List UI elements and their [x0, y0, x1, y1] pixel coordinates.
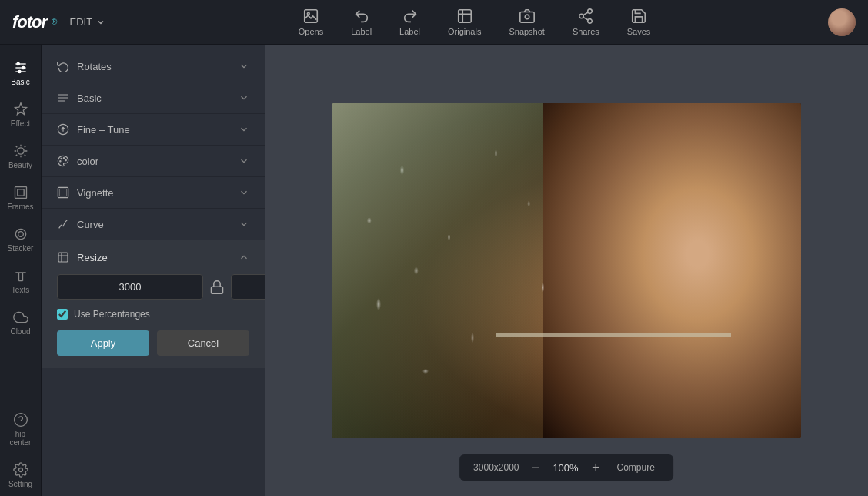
svg-point-26 — [60, 161, 61, 162]
save-icon — [630, 8, 647, 25]
toolbar-snapshot[interactable]: Snapshot — [495, 5, 558, 39]
sidebar-item-cloud[interactable]: Cloud — [0, 302, 41, 344]
svg-point-19 — [18, 232, 23, 237]
color-chevron — [239, 156, 249, 166]
redo-icon — [402, 8, 419, 25]
resize-icon — [57, 251, 69, 263]
basic-icon — [57, 92, 69, 104]
cancel-button[interactable]: Cancel — [157, 330, 249, 356]
toolbar-label-redo[interactable]: Label — [386, 5, 434, 39]
color-left: color — [57, 155, 98, 167]
canvas-image — [332, 103, 801, 438]
vignette-icon — [57, 186, 69, 199]
toolbar-originals[interactable]: Originals — [434, 5, 495, 39]
avatar-image — [828, 8, 856, 36]
beauty-icon — [13, 143, 28, 159]
logo[interactable]: fotor ® — [12, 12, 57, 32]
toolbar-shares[interactable]: Shares — [559, 5, 613, 39]
svg-rect-28 — [59, 189, 66, 196]
resize-buttons: Apply Cancel — [57, 330, 249, 356]
curve-left: Curve — [57, 218, 104, 230]
svg-point-20 — [15, 229, 25, 239]
setting-icon — [13, 462, 28, 478]
edit-button[interactable]: EDIT — [63, 13, 112, 31]
panel-section-basic[interactable]: Basic — [42, 82, 265, 114]
label-undo-label: Label — [351, 27, 372, 36]
sidebar-item-frames[interactable]: Frames — [0, 177, 41, 219]
svg-rect-17 — [15, 187, 26, 199]
svg-point-1 — [307, 12, 309, 15]
sidebar-label-setting: Setting — [8, 480, 32, 488]
use-percentages-checkbox[interactable] — [57, 309, 68, 320]
curve-icon — [57, 218, 69, 230]
sidebar-item-stacker[interactable]: Stacker — [0, 219, 41, 260]
panel-section-rotates[interactable]: Rotates — [42, 51, 265, 82]
sidebar-item-setting[interactable]: Setting — [0, 454, 41, 496]
sidebar-label-stacker: Stacker — [8, 244, 34, 253]
panel-section-color[interactable]: color — [42, 146, 265, 177]
svg-point-5 — [588, 9, 593, 14]
toolbar-opens[interactable]: Opens — [285, 5, 337, 39]
resize-width-input[interactable] — [57, 274, 203, 300]
sliders-icon — [13, 60, 28, 75]
sidebar-item-effect[interactable]: Effect — [0, 94, 41, 136]
vignette-left: Vignette — [57, 186, 113, 199]
toolbar-saves[interactable]: Saves — [613, 5, 665, 39]
rotates-chevron — [239, 61, 249, 72]
svg-point-23 — [63, 158, 64, 159]
svg-point-6 — [579, 14, 584, 18]
resize-height-input[interactable] — [231, 274, 265, 300]
chevron-down-icon — [96, 18, 105, 27]
sidebar-item-beauty[interactable]: Beauty — [0, 136, 41, 177]
left-panel: Rotates Basic Fine – Tune color — [42, 45, 265, 496]
main-content: Basic Effect Beauty Frames Stacker Texts… — [0, 45, 868, 496]
finetune-icon — [57, 123, 69, 136]
apply-button[interactable]: Apply — [57, 330, 149, 356]
svg-line-8 — [583, 17, 588, 20]
label-redo-label: Label — [399, 27, 420, 36]
rotates-icon — [57, 60, 69, 72]
color-icon — [57, 155, 69, 167]
lock-icon — [209, 280, 225, 295]
panel-section-finetune[interactable]: Fine – Tune — [42, 114, 265, 146]
undo-icon — [353, 8, 370, 25]
finetune-chevron — [239, 124, 249, 135]
svg-rect-3 — [519, 12, 533, 23]
compare-button[interactable]: Compure — [613, 461, 659, 474]
zoom-level: 100% — [552, 462, 579, 474]
rotates-label: Rotates — [77, 61, 112, 72]
sidebar-label-texts: Texts — [12, 286, 29, 294]
curve-chevron — [239, 219, 249, 230]
svg-point-14 — [22, 66, 24, 69]
toolbar-icons: Opens Label Label Originals Snapshot Sha… — [121, 5, 828, 39]
sidebar-item-texts[interactable]: Texts — [0, 260, 41, 302]
sidebar-item-basic[interactable]: Basic — [0, 52, 41, 94]
svg-line-9 — [583, 12, 588, 15]
zoom-out-button[interactable]: − — [530, 461, 542, 474]
zoom-in-button[interactable]: + — [590, 461, 602, 474]
frames-icon — [13, 185, 28, 200]
finetune-label: Fine – Tune — [77, 124, 130, 136]
top-bar: fotor ® EDIT Opens Label Label Originals — [0, 0, 868, 45]
svg-point-7 — [588, 19, 593, 23]
sidebar-item-help[interactable]: hip center — [0, 404, 41, 454]
svg-point-24 — [65, 159, 66, 160]
originals-label: Originals — [448, 27, 481, 36]
resize-label: Resize — [77, 252, 108, 263]
vignette-chevron — [239, 187, 249, 198]
resize-header[interactable]: Resize — [57, 251, 249, 263]
saves-label: Saves — [627, 27, 651, 36]
toolbar-label-undo[interactable]: Label — [337, 5, 386, 39]
user-avatar[interactable] — [828, 8, 856, 36]
basic-label: Basic — [77, 92, 102, 104]
sidebar-bottom: hip center Setting — [0, 404, 41, 496]
resize-header-left: Resize — [57, 251, 108, 263]
resize-section: Resize Use Percentanges Apply Cancel — [42, 240, 265, 368]
snapshot-icon — [519, 8, 536, 25]
svg-point-25 — [61, 158, 62, 159]
panel-section-curve[interactable]: Curve — [42, 209, 265, 240]
color-label: color — [77, 156, 98, 167]
sidebar-label-help: hip center — [5, 430, 36, 447]
panel-section-vignette[interactable]: Vignette — [42, 177, 265, 209]
svg-rect-2 — [458, 10, 471, 23]
